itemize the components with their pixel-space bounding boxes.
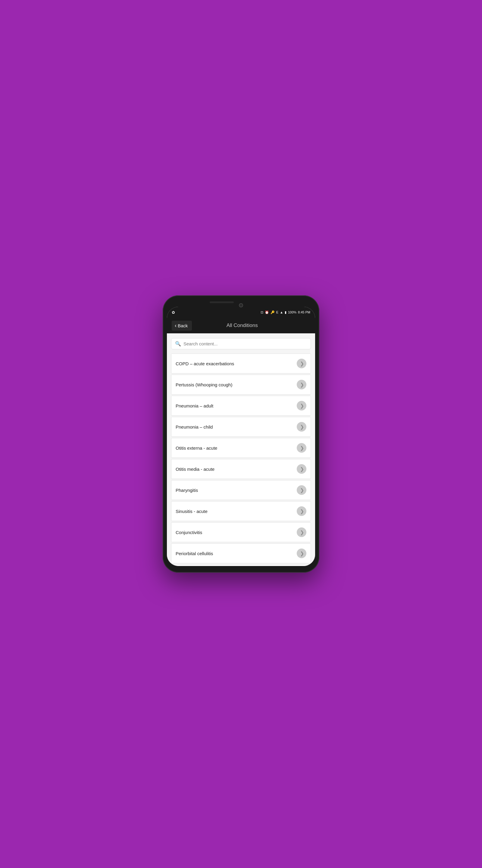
condition-label: Conjunctivitis [175, 530, 297, 535]
condition-label: Pneumonia – adult [175, 403, 297, 408]
chevron-circle: ❯ [297, 464, 307, 474]
chevron-circle: ❯ [297, 422, 307, 432]
chevron-right-icon: ❯ [300, 487, 304, 493]
condition-label: Periorbital cellulitis [175, 551, 297, 556]
conditions-list: COPD – acute exacerbations ❯ Pertussis (… [171, 353, 311, 566]
search-icon: 🔍 [175, 341, 181, 347]
signal-bars-icon: ▲ [280, 310, 283, 314]
chevron-circle: ❯ [297, 485, 307, 495]
camera-icon: ✿ [172, 310, 175, 315]
content-area[interactable]: 🔍 COPD – acute exacerbations ❯ Pertussis… [167, 333, 315, 566]
battery-icon: ▮ [285, 310, 287, 314]
chevron-right-icon: ❯ [300, 530, 304, 535]
status-left-icons: ✿ [172, 310, 176, 315]
list-item[interactable]: Otitis externa - acute ❯ [171, 438, 311, 458]
chevron-circle: ❯ [297, 549, 307, 558]
navigation-bar: ‹ Back All Conditions [167, 318, 315, 333]
chevron-right-icon: ❯ [300, 382, 304, 388]
list-item[interactable]: COPD – acute exacerbations ❯ [171, 353, 311, 373]
chevron-circle: ❯ [297, 527, 307, 537]
chevron-right-icon: ❯ [300, 403, 304, 409]
signal-e-label: E [276, 310, 278, 314]
status-bar: ✿ ⊡ ⏰ 🔑 E ▲ ▮ 100% 8:45 PM [167, 307, 315, 318]
battery-percent: 100% [288, 310, 296, 314]
list-item[interactable]: Meningitis and meningococcal sept... ❯ [171, 564, 311, 566]
list-item[interactable]: Pertussis (Whooping cough) ❯ [171, 375, 311, 395]
chevron-right-icon: ❯ [300, 424, 304, 430]
list-item[interactable]: Periorbital cellulitis ❯ [171, 544, 311, 563]
back-label: Back [178, 323, 188, 328]
phone-screen: ✿ ⊡ ⏰ 🔑 E ▲ ▮ 100% 8:45 PM ‹ Back All Co… [167, 307, 315, 566]
condition-label: Pneumonia – child [175, 424, 297, 430]
list-item[interactable]: Otitis media - acute ❯ [171, 459, 311, 479]
chevron-right-icon: ❯ [300, 466, 304, 472]
page-title: All Conditions [198, 322, 310, 329]
phone-device: ✿ ⊡ ⏰ 🔑 E ▲ ▮ 100% 8:45 PM ‹ Back All Co… [163, 296, 319, 572]
list-item[interactable]: Conjunctivitis ❯ [171, 522, 311, 542]
chevron-right-icon: ❯ [300, 551, 304, 556]
chevron-circle: ❯ [297, 380, 307, 390]
status-right-info: ⊡ ⏰ 🔑 E ▲ ▮ 100% 8:45 PM [261, 310, 310, 314]
key-icon: 🔑 [270, 310, 275, 314]
phone-camera [239, 303, 243, 307]
condition-label: Otitis externa - acute [175, 445, 297, 451]
search-input[interactable] [184, 341, 307, 346]
alarm-icon: ⏰ [265, 310, 269, 314]
list-item[interactable]: Pharyngitis ❯ [171, 480, 311, 500]
chevron-circle: ❯ [297, 506, 307, 516]
condition-label: Otitis media - acute [175, 467, 297, 472]
list-item[interactable]: Sinusitis - acute ❯ [171, 501, 311, 521]
list-item[interactable]: Pneumonia – adult ❯ [171, 396, 311, 415]
search-bar[interactable]: 🔍 [171, 338, 311, 349]
chevron-circle: ❯ [297, 443, 307, 453]
cast-icon: ⊡ [261, 310, 263, 314]
chevron-right-icon: ❯ [300, 361, 304, 367]
time-display: 8:45 PM [298, 310, 310, 314]
condition-label: Sinusitis - acute [175, 509, 297, 514]
chevron-right-icon: ❯ [300, 508, 304, 514]
list-item[interactable]: Pneumonia – child ❯ [171, 417, 311, 437]
condition-label: Pharyngitis [175, 488, 297, 493]
chevron-circle: ❯ [297, 359, 307, 368]
chevron-right-icon: ❯ [300, 445, 304, 451]
back-button[interactable]: ‹ Back [172, 321, 192, 331]
phone-speaker [210, 301, 234, 303]
back-arrow-icon: ‹ [175, 322, 176, 329]
condition-label: COPD – acute exacerbations [175, 361, 297, 366]
condition-label: Pertussis (Whooping cough) [175, 382, 297, 387]
chevron-circle: ❯ [297, 401, 307, 410]
